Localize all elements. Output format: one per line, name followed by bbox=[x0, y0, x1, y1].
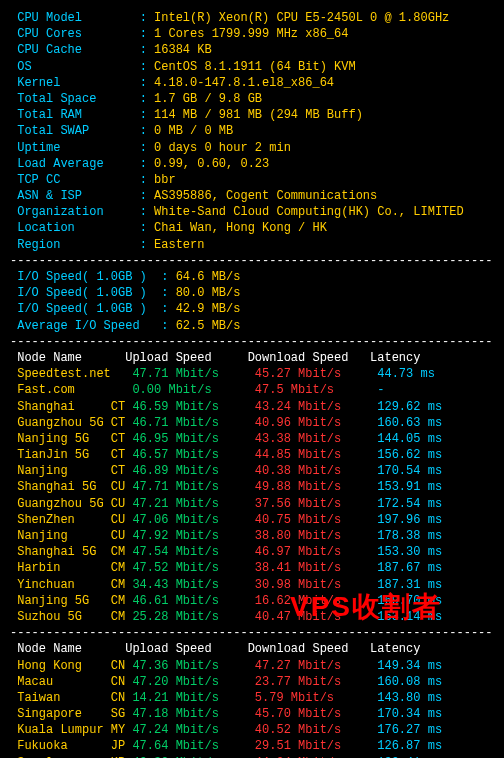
speed-row: Harbin CM 47.52 Mbit/s 38.41 Mbit/s 187.… bbox=[10, 560, 494, 576]
download-speed: 38.41 Mbit/s bbox=[255, 561, 377, 575]
upload-speed: 47.64 Mbit/s bbox=[132, 739, 254, 753]
sysinfo-row: OS : CentOS 8.1.1911 (64 Bit) KVM bbox=[10, 59, 494, 75]
download-speed: 47.5 Mbit/s bbox=[255, 383, 377, 397]
node-name: Suzhou 5G CM bbox=[10, 610, 132, 624]
latency: 160.08 ms bbox=[377, 675, 442, 689]
hdr-node: Node Name bbox=[10, 351, 125, 365]
node-name: TianJin 5G CT bbox=[10, 448, 132, 462]
sysinfo-row: Total SWAP : 0 MB / 0 MB bbox=[10, 123, 494, 139]
upload-speed: 47.71 Mbit/s bbox=[132, 480, 254, 494]
speed-row: Shanghai 5G CU 47.71 Mbit/s 49.88 Mbit/s… bbox=[10, 479, 494, 495]
sys-label: Total Space bbox=[10, 92, 140, 106]
download-speed: 43.38 Mbit/s bbox=[255, 432, 377, 446]
download-speed: 38.80 Mbit/s bbox=[255, 529, 377, 543]
node-name: Nanjing CT bbox=[10, 464, 132, 478]
hdr-down: Download Speed bbox=[248, 351, 370, 365]
upload-speed: 47.20 Mbit/s bbox=[132, 675, 254, 689]
latency: 156.62 ms bbox=[377, 448, 442, 462]
speed-row: Taiwan CN 14.21 Mbit/s 5.79 Mbit/s 143.8… bbox=[10, 690, 494, 706]
download-speed: 23.77 Mbit/s bbox=[255, 675, 377, 689]
node-name: Shanghai CT bbox=[10, 400, 132, 414]
upload-speed: 47.36 Mbit/s bbox=[132, 659, 254, 673]
hdr-up: Upload Speed bbox=[125, 351, 247, 365]
latency: 153.91 ms bbox=[377, 480, 442, 494]
node-name: Kuala Lumpur MY bbox=[10, 723, 132, 737]
node-name: Hong Kong CN bbox=[10, 659, 132, 673]
sys-label: CPU Model bbox=[10, 11, 140, 25]
speed-row: Hong Kong CN 47.36 Mbit/s 47.27 Mbit/s 1… bbox=[10, 658, 494, 674]
latency: 160.63 ms bbox=[377, 416, 442, 430]
io-label: I/O Speed( 1.0GB ) bbox=[10, 270, 161, 284]
latency: 126.87 ms bbox=[377, 739, 442, 753]
sysinfo-row: Total Space : 1.7 GB / 9.8 GB bbox=[10, 91, 494, 107]
speed-row: Singapore SG 47.18 Mbit/s 45.70 Mbit/s 1… bbox=[10, 706, 494, 722]
speed-row: Nanjing CT 46.89 Mbit/s 40.38 Mbit/s 170… bbox=[10, 463, 494, 479]
latency: 169.70 ms bbox=[377, 594, 442, 608]
download-speed: 16.62 Mbit/s bbox=[255, 594, 377, 608]
node-name: Guangzhou 5G CU bbox=[10, 497, 132, 511]
io-value: 42.9 MB/s bbox=[176, 302, 241, 316]
speed-row: TianJin 5G CT 46.57 Mbit/s 44.85 Mbit/s … bbox=[10, 447, 494, 463]
sysinfo-row: CPU Cores : 1 Cores 1799.999 MHz x86_64 bbox=[10, 26, 494, 42]
node-name: Nanjing 5G CT bbox=[10, 432, 132, 446]
upload-speed: 46.57 Mbit/s bbox=[132, 448, 254, 462]
upload-speed: 46.71 Mbit/s bbox=[132, 416, 254, 430]
download-speed: 45.70 Mbit/s bbox=[255, 707, 377, 721]
sysinfo-row: TCP CC : bbr bbox=[10, 172, 494, 188]
sysinfo-row: CPU Model : Intel(R) Xeon(R) CPU E5-2450… bbox=[10, 10, 494, 26]
io-value: 64.6 MB/s bbox=[176, 270, 241, 284]
upload-speed: 47.71 Mbit/s bbox=[132, 367, 254, 381]
io-value: 62.5 MB/s bbox=[176, 319, 241, 333]
upload-speed: 46.61 Mbit/s bbox=[132, 594, 254, 608]
node-name: Nanjing CU bbox=[10, 529, 132, 543]
download-speed: 40.38 Mbit/s bbox=[255, 464, 377, 478]
sys-value: 4.18.0-147.8.1.el8_x86_64 bbox=[154, 76, 334, 90]
sysinfo-row: Organization : White-Sand Cloud Computin… bbox=[10, 204, 494, 220]
node-name: Shanghai 5G CM bbox=[10, 545, 132, 559]
speed-row: Nanjing 5G CT 46.95 Mbit/s 43.38 Mbit/s … bbox=[10, 431, 494, 447]
sys-value: 0 days 0 hour 2 min bbox=[154, 141, 291, 155]
speed-row: Guangzhou 5G CT 46.71 Mbit/s 40.96 Mbit/… bbox=[10, 415, 494, 431]
sysinfo-row: Load Average : 0.99, 0.60, 0.23 bbox=[10, 156, 494, 172]
download-speed: 40.75 Mbit/s bbox=[255, 513, 377, 527]
speed-row: Suzhou 5G CM 25.28 Mbit/s 40.47 Mbit/s 1… bbox=[10, 609, 494, 625]
hdr-down: Download Speed bbox=[248, 642, 370, 656]
upload-speed: 47.21 Mbit/s bbox=[132, 497, 254, 511]
sys-value: AS395886, Cogent Communications bbox=[154, 189, 377, 203]
download-speed: 45.27 Mbit/s bbox=[255, 367, 377, 381]
speed-row: Seoul KR 46.30 Mbit/s 44.24 Mbit/s 130.4… bbox=[10, 755, 494, 758]
node-name: Speedtest.net bbox=[10, 367, 132, 381]
upload-speed: 46.89 Mbit/s bbox=[132, 464, 254, 478]
sys-label: Total RAM bbox=[10, 108, 140, 122]
latency: 172.54 ms bbox=[377, 497, 442, 511]
sys-value: Eastern bbox=[154, 238, 204, 252]
download-speed: 44.85 Mbit/s bbox=[255, 448, 377, 462]
io-value: 80.0 MB/s bbox=[176, 286, 241, 300]
sys-label: OS bbox=[10, 60, 140, 74]
speed-row: Guangzhou 5G CU 47.21 Mbit/s 37.56 Mbit/… bbox=[10, 496, 494, 512]
sys-label: Organization bbox=[10, 205, 140, 219]
sys-label: ASN & ISP bbox=[10, 189, 140, 203]
latency: 143.80 ms bbox=[377, 691, 442, 705]
download-speed: 5.79 Mbit/s bbox=[255, 691, 377, 705]
latency: 153.30 ms bbox=[377, 545, 442, 559]
sysinfo-row: Location : Chai Wan, Hong Kong / HK bbox=[10, 220, 494, 236]
download-speed: 40.47 Mbit/s bbox=[255, 610, 377, 624]
upload-speed: 0.00 Mbit/s bbox=[132, 383, 254, 397]
sys-label: Load Average bbox=[10, 157, 140, 171]
sysinfo-row: Kernel : 4.18.0-147.8.1.el8_x86_64 bbox=[10, 75, 494, 91]
sys-label: Uptime bbox=[10, 141, 140, 155]
upload-speed: 25.28 Mbit/s bbox=[132, 610, 254, 624]
speed-row: Fast.com 0.00 Mbit/s 47.5 Mbit/s - bbox=[10, 382, 494, 398]
sys-value: 16384 KB bbox=[154, 43, 212, 57]
sys-value: 0 MB / 0 MB bbox=[154, 124, 233, 138]
sys-label: Kernel bbox=[10, 76, 140, 90]
speed-row: Yinchuan CM 34.43 Mbit/s 30.98 Mbit/s 18… bbox=[10, 577, 494, 593]
speed-row: Kuala Lumpur MY 47.24 Mbit/s 40.52 Mbit/… bbox=[10, 722, 494, 738]
sys-label: Location bbox=[10, 221, 140, 235]
hdr-lat: Latency bbox=[370, 351, 420, 365]
io-label: I/O Speed( 1.0GB ) bbox=[10, 286, 161, 300]
speed-row: Nanjing CU 47.92 Mbit/s 38.80 Mbit/s 178… bbox=[10, 528, 494, 544]
speed-row: ShenZhen CU 47.06 Mbit/s 40.75 Mbit/s 19… bbox=[10, 512, 494, 528]
download-speed: 40.52 Mbit/s bbox=[255, 723, 377, 737]
